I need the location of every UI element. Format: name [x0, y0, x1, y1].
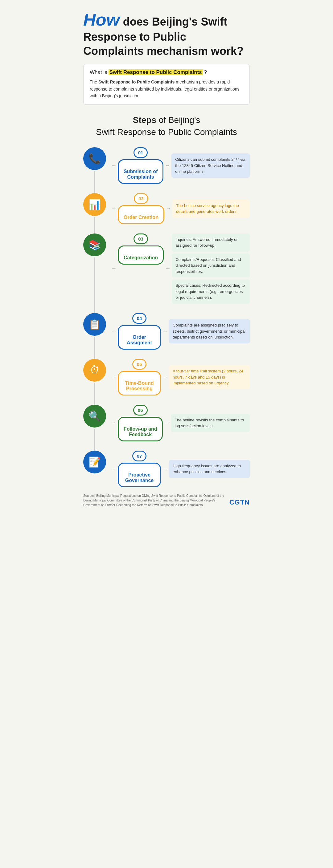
page-title: How does Beijing's Swift Response to Pub…	[83, 9, 250, 58]
step-connector	[94, 429, 95, 438]
info-box: Special cases: Redirected according to l…	[172, 279, 250, 304]
step-icon-circle: ⏱	[83, 359, 106, 382]
footer-sources: Sources: Beijing Municipal Regulations o…	[83, 493, 226, 507]
arrow-right-icon: →	[165, 265, 170, 272]
step-number: 06	[133, 405, 148, 415]
step-icon-col: 📋	[83, 313, 106, 336]
header: How does Beijing's Swift Response to Pub…	[83, 9, 250, 58]
step-icon-circle: 🔍	[83, 405, 106, 428]
arrow-right-icon: →	[165, 162, 170, 169]
cgtn-logo: CGTN	[229, 497, 250, 507]
what-is-line: What is Swift Response to Public Complai…	[90, 69, 243, 75]
steps-bold: Steps	[133, 115, 156, 125]
step-label-col: 01 Submission of Complaints	[118, 147, 163, 184]
step-label: Proactive Governance	[118, 463, 161, 487]
step-label-col: 07 Proactive Governance	[118, 451, 161, 487]
info-box: The hotline service agency logs the deta…	[172, 199, 250, 218]
step-label-col: 03 Categorization	[118, 234, 164, 265]
page: How does Beijing's Swift Response to Pub…	[74, 0, 259, 514]
step-number: 07	[132, 451, 147, 461]
step-label-col: 02 Order Creation	[118, 193, 164, 224]
info-box: Citizens can submit complaints 24/7 via …	[171, 153, 250, 178]
arrow-icon: →	[111, 328, 116, 335]
definition-desc: The Swift Response to Public Complaints …	[90, 79, 243, 99]
step-icon-col: ⏱	[83, 359, 106, 382]
info-box: A four-tier time limit system (2 hours, …	[169, 365, 250, 389]
step-connector	[94, 217, 95, 226]
step-icon-circle: 📝	[83, 451, 106, 473]
step-icon-circle: 📚	[83, 234, 106, 256]
step-connector	[94, 171, 95, 181]
info-box: High-frequency issues are analyzed to en…	[169, 460, 250, 478]
step-row: 📝 → 07 Proactive Governance → Hi	[83, 451, 250, 487]
arrow-icon: →	[111, 206, 116, 212]
steps-rest: of Beijing'sSwift Response to Public Com…	[96, 115, 237, 137]
arrow-icon: →	[111, 466, 116, 472]
info-box: Complaints/Requests: Classified and dire…	[172, 253, 250, 278]
swift-response-highlight: Swift Response to Public Complaints	[109, 69, 202, 75]
what-is-prefix: What is	[90, 69, 107, 75]
step-number: 04	[132, 313, 147, 324]
what-is-suffix: ?	[204, 69, 207, 75]
step-icon-col: 🔍	[83, 405, 106, 428]
step-row: 📋 → 04 Order Assigment → Complai	[83, 313, 250, 350]
steps-container: 📞 → 01 Submission of Complaints →	[83, 147, 250, 487]
step-info-col: Citizens can submit complaints 24/7 via …	[171, 153, 250, 178]
steps-heading: Steps of Beijing'sSwift Response to Publ…	[83, 114, 250, 138]
step-label: Submission of Complaints	[118, 159, 163, 184]
step-icon-col: 📊	[83, 193, 106, 216]
arrow-right-icon: →	[162, 466, 168, 472]
arrow-right-icon: →	[162, 374, 168, 380]
how-word: How	[83, 10, 120, 29]
step-row: 📊 → 02 Order Creation → The hotl	[83, 193, 250, 224]
step-info-col: Complaints are assigned precisely to str…	[169, 319, 250, 343]
step-connector	[94, 383, 95, 392]
step-icon-circle: 📊	[83, 193, 106, 216]
step-label: Order Assigment	[118, 325, 161, 350]
step-number: 03	[134, 234, 148, 244]
step-connector	[94, 337, 95, 346]
step-label: Time-Bound Processing	[118, 371, 161, 396]
step-info-col: High-frequency issues are analyzed to en…	[169, 460, 250, 478]
footer: Sources: Beijing Municipal Regulations o…	[83, 493, 250, 507]
step-label-col: 06 Follow-up and Feedback	[118, 405, 163, 441]
step-info-col: A four-tier time limit system (2 hours, …	[169, 365, 250, 389]
step-icon-col: 📞	[83, 147, 106, 170]
step-row: ⏱ → 05 Time-Bound Processing → A	[83, 359, 250, 396]
arrow-icon: →	[111, 374, 116, 380]
step-number: 01	[134, 147, 148, 158]
definition-bold: Swift Response to Public Complaints	[99, 80, 174, 84]
step-row: 📚 → 03 Categorization → Inquirie	[83, 234, 250, 304]
step-icon-circle: 📞	[83, 147, 106, 170]
step-info-col: The hotline revisits the complainants to…	[171, 414, 250, 432]
arrow-right-icon: →	[166, 206, 171, 212]
step-connector	[94, 257, 95, 267]
info-box: Complaints are assigned precisely to str…	[169, 319, 250, 343]
step-row: 🔍 → 06 Follow-up and Feedback →	[83, 405, 250, 441]
steps-title: Steps of Beijing'sSwift Response to Publ…	[83, 114, 250, 138]
step-icon-circle: 📋	[83, 313, 106, 336]
arrow-icon: →	[111, 420, 116, 426]
step-icon-col: 📚	[83, 234, 106, 256]
arrow-icon: →	[111, 162, 116, 169]
step-label: Categorization	[118, 246, 164, 265]
step-number: 02	[134, 193, 148, 204]
definition-box: What is Swift Response to Public Complai…	[83, 64, 250, 104]
info-box: The hotline revisits the complainants to…	[171, 414, 250, 432]
step-number: 05	[132, 359, 147, 370]
arrow-right-icon: →	[162, 328, 168, 335]
step-label-col: 04 Order Assigment	[118, 313, 161, 350]
arrow-icon: →	[111, 265, 116, 272]
step-row: 📞 → 01 Submission of Complaints →	[83, 147, 250, 184]
step-info-col: Inquiries: Answered immediately or assig…	[172, 234, 250, 304]
info-box: Inquiries: Answered immediately or assig…	[172, 234, 250, 252]
step-label-col: 05 Time-Bound Processing	[118, 359, 161, 396]
step-label: Order Creation	[118, 205, 164, 224]
step-icon-col: 📝	[83, 451, 106, 473]
step-label: Follow-up and Feedback	[118, 417, 163, 441]
step-info-col: The hotline service agency logs the deta…	[172, 199, 250, 218]
arrow-right-icon: →	[164, 420, 170, 426]
